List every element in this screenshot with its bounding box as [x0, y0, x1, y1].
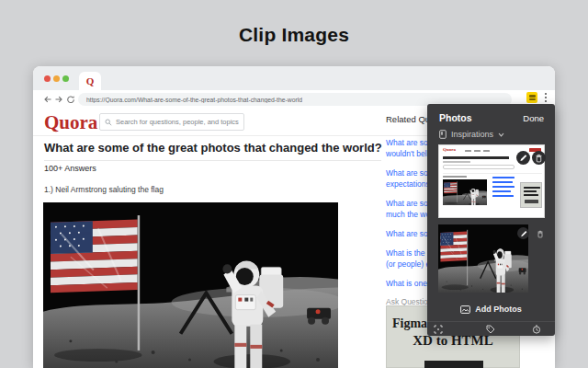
zoom-window-button[interactable]	[62, 75, 69, 82]
minimize-window-button[interactable]	[53, 75, 60, 82]
question-title: What are some of the great photos that c…	[44, 141, 386, 155]
close-window-button[interactable]	[44, 75, 51, 82]
photos-panel: Photos Done Inspirations Quora	[427, 104, 555, 336]
tab-strip: Q	[33, 66, 555, 90]
trash-icon	[535, 154, 543, 163]
trash-icon	[537, 230, 544, 238]
image-icon	[460, 305, 470, 314]
panel-toolbar	[427, 321, 555, 336]
clipped-thumbnail-photo[interactable]	[438, 224, 528, 293]
back-icon[interactable]	[43, 95, 52, 104]
answer-caption: 1.) Neil Armstrong saluting the flag	[44, 185, 164, 194]
mini-moon-photo	[443, 179, 487, 205]
quora-favicon: Q	[86, 75, 95, 86]
answers-count: 100+ Answers	[44, 164, 96, 173]
moon-photo-thumbnail	[438, 224, 528, 293]
add-photos-button[interactable]: Add Photos	[427, 305, 555, 314]
delete-button[interactable]	[534, 227, 547, 240]
delete-button[interactable]	[532, 151, 546, 165]
quora-logo[interactable]: Quora	[44, 111, 97, 134]
browser-menu-icon[interactable]	[541, 93, 550, 104]
done-button[interactable]: Done	[523, 113, 544, 123]
edit-button[interactable]	[516, 151, 530, 165]
clipper-extension-icon[interactable]	[526, 92, 537, 103]
collection-selector[interactable]: Inspirations	[439, 130, 504, 139]
stage: Clip Images Q https://Quora.com/What-are	[0, 0, 588, 368]
timer-icon[interactable]	[532, 325, 541, 334]
pencil-icon	[519, 154, 527, 162]
panel-title: Photos	[439, 112, 472, 123]
edit-button[interactable]	[517, 227, 529, 239]
board-icon	[439, 130, 447, 139]
forward-icon[interactable]	[54, 95, 63, 104]
add-photos-label: Add Photos	[475, 305, 522, 314]
answer-photo	[43, 202, 338, 368]
crop-icon[interactable]	[434, 325, 443, 334]
url-text: https://Quora.com/What-are-some-of-the-g…	[86, 97, 302, 103]
page-title: Clip Images	[0, 24, 588, 46]
search-icon	[105, 119, 112, 126]
divider	[44, 160, 381, 161]
search-placeholder: Search for questions, people, and topics	[116, 118, 239, 126]
mini-ad-box	[520, 182, 542, 208]
reload-icon[interactable]	[66, 95, 75, 104]
chevron-down-icon	[498, 132, 504, 137]
pencil-icon	[520, 230, 527, 237]
browser-tab[interactable]: Q	[79, 72, 101, 90]
ad-button[interactable]	[424, 361, 483, 368]
tag-icon[interactable]	[486, 325, 495, 334]
moon-photo-image	[43, 202, 338, 368]
mini-quora-logo: Quora	[443, 147, 456, 152]
search-input[interactable]: Search for questions, people, and topics	[99, 113, 244, 131]
collection-label: Inspirations	[451, 130, 493, 139]
mini-search-bar	[443, 165, 514, 169]
